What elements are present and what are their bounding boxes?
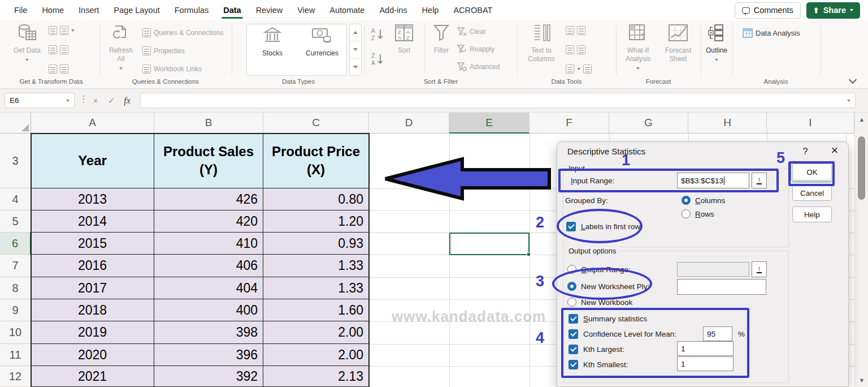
output-range-picker-button[interactable]: ↑ [752,261,767,277]
cell-b5[interactable]: 420 [154,210,263,233]
gallery-more-icon[interactable] [353,66,358,68]
flash-fill-icons[interactable] [566,26,585,35]
output-range-label[interactable]: Output Range: [581,265,631,274]
input-range-picker-button[interactable]: ↑ [752,173,767,188]
cell-a11[interactable]: 2020 [31,344,154,366]
from-text-csv-icon[interactable] [49,26,75,35]
formula-bar-handle[interactable]: ⋮ [79,93,88,104]
insert-function-icon[interactable]: fx [120,93,134,108]
row-header-9[interactable]: 9 [0,299,31,321]
column-header-d[interactable]: D [369,113,449,134]
column-header-b[interactable]: B [154,113,263,134]
row-header-6[interactable]: 6 [0,233,31,255]
tab-data[interactable]: Data [216,1,248,19]
workbook-links-item[interactable]: Workbook Links [142,64,202,74]
rows-radio[interactable] [682,209,691,218]
columns-radio[interactable] [682,196,691,205]
scroll-down-icon[interactable]: ▼ [855,377,868,384]
cell-c8[interactable]: 1.33 [263,277,369,299]
text-to-columns-button[interactable]: Text to Columns [524,24,559,63]
column-header-h[interactable]: H [688,113,767,134]
advanced-filter-item[interactable]: Advanced [457,62,500,71]
data-analysis-button[interactable]: Data Analysis [743,28,800,38]
gallery-scroll[interactable] [349,24,362,76]
cell-b12[interactable]: 392 [154,366,263,387]
kth-largest-checkbox[interactable] [568,345,578,354]
tab-file[interactable]: File [7,1,34,19]
sort-descending-icon[interactable]: Z A [370,52,386,67]
row-header-10[interactable]: 10 [0,321,31,344]
tab-home[interactable]: Home [34,1,71,19]
table-header-year[interactable]: Year [31,134,154,188]
cell-c12[interactable]: 2.13 [263,366,369,387]
sort-button[interactable]: Z A A Z Sort [392,24,416,55]
kth-smallest-checkbox[interactable] [568,360,578,369]
columns-radio-label[interactable]: Columns [695,196,725,205]
properties-item[interactable]: Properties [142,46,185,55]
labels-first-row-checkbox[interactable] [566,222,576,231]
confidence-level-label[interactable]: Confidence Level for Mean: [583,330,676,338]
output-range-radio[interactable] [567,265,576,274]
summary-statistics-label[interactable]: Summary statistics [583,315,647,323]
labels-first-row-label[interactable]: Labels in first row [581,222,640,231]
filter-button[interactable]: Filter [429,24,454,55]
tab-insert[interactable]: Insert [71,1,106,19]
confidence-level-field[interactable]: 95 [703,326,732,341]
cell-a4[interactable]: 2013 [31,188,154,210]
cell-c4[interactable]: 0.80 [263,188,369,210]
cell-a9[interactable]: 2018 [31,299,154,321]
reapply-filter-item[interactable]: Reapply [457,45,494,54]
column-header-c[interactable]: C [263,113,369,134]
kth-largest-field[interactable]: 1 [677,341,734,356]
select-all-corner[interactable] [0,113,31,134]
table-header-price[interactable]: Product Price (X) [263,134,369,188]
get-data-button[interactable]: Get Data [11,24,43,63]
table-header-sales[interactable]: Product Sales (Y) [154,134,263,188]
cell-b4[interactable]: 426 [154,188,263,210]
new-workbook-label[interactable]: New Workbook [581,298,632,307]
consolidate-icons[interactable] [566,64,592,74]
cell-a10[interactable]: 2019 [31,321,154,344]
name-box[interactable]: E6 [5,93,75,108]
cancel-entry-icon[interactable]: × [88,93,103,108]
clear-filter-item[interactable]: Clear [457,27,486,36]
kth-smallest-label[interactable]: Kth Smallest: [583,360,628,369]
forecast-sheet-button[interactable]: Forecast Sheet [660,24,696,63]
new-workbook-radio[interactable] [567,298,576,307]
cell-c10[interactable]: 2.00 [263,321,369,344]
tab-formulas[interactable]: Formulas [167,1,216,19]
cell-b6[interactable]: 410 [154,233,263,255]
collapse-ribbon-icon[interactable] [849,76,857,84]
cell-a12[interactable]: 2021 [31,366,154,387]
what-if-analysis-button[interactable]: ? What-If Analysis [619,24,657,72]
kth-largest-label[interactable]: Kth Largest: [583,345,624,354]
from-table-icon[interactable] [49,64,68,74]
confidence-level-checkbox[interactable] [568,329,578,339]
new-worksheet-label[interactable]: New Worksheet Ply: [581,282,649,291]
outline-button[interactable]: Outline [703,24,730,63]
row-header-7[interactable]: 7 [0,255,31,277]
cell-c6[interactable]: 0.93 [263,233,369,255]
tab-page-layout[interactable]: Page Layout [106,1,167,19]
dialog-help-icon[interactable]: ? [799,147,811,157]
scroll-up-icon[interactable]: ▲ [855,116,868,123]
column-header-f[interactable]: F [530,113,609,134]
fill-handle[interactable] [527,252,531,256]
new-worksheet-radio[interactable] [567,282,576,291]
tab-automate[interactable]: Automate [322,1,372,19]
row-header-5[interactable]: 5 [0,210,31,233]
ok-button[interactable]: OK [792,164,832,180]
from-web-icon[interactable] [49,45,68,54]
help-button[interactable]: Help [792,207,832,222]
cell-a8[interactable]: 2017 [31,277,154,299]
cell-b8[interactable]: 404 [154,277,263,299]
currencies-button[interactable]: Currencies [299,25,345,58]
sort-ascending-icon[interactable]: A Z [370,27,386,42]
close-icon[interactable]: × [827,143,842,158]
refresh-all-button[interactable]: Refresh All [105,24,137,72]
tab-review[interactable]: Review [249,1,290,19]
cell-b11[interactable]: 396 [154,344,263,366]
vertical-scrollbar[interactable]: ▲ ▼ [854,113,868,387]
cell-c7[interactable]: 1.33 [263,255,369,277]
tab-add-ins[interactable]: Add-ins [372,1,414,19]
